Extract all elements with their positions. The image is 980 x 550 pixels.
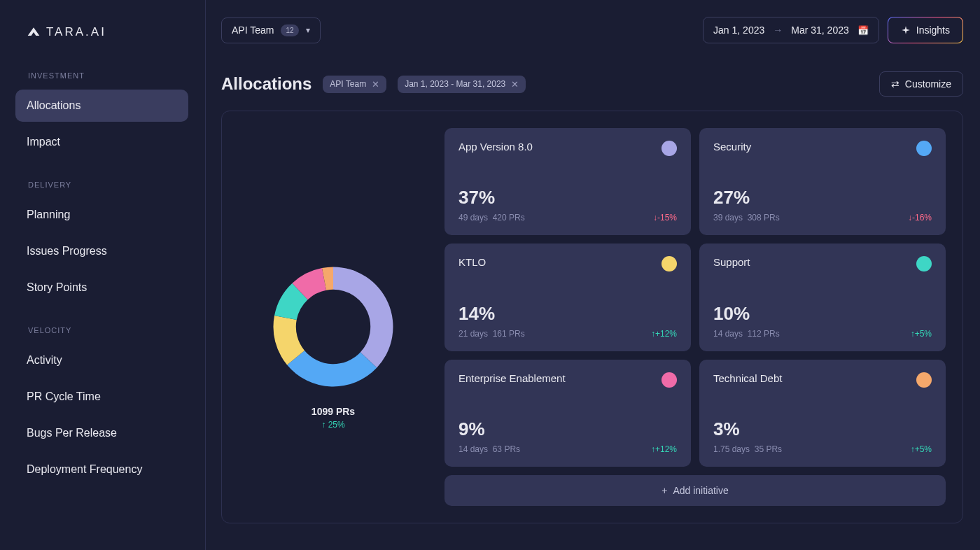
sidebar-item-bugs-per-release[interactable]: Bugs Per Release	[15, 417, 188, 449]
card-delta: ↑+12%	[651, 329, 677, 339]
sidebar-item-planning[interactable]: Planning	[15, 199, 188, 231]
close-icon[interactable]: ✕	[511, 79, 519, 90]
initiative-card[interactable]: App Version 8.0 37% 49 days 420 PRs ↓-15…	[444, 128, 691, 235]
customize-label: Customize	[905, 78, 951, 90]
card-title: KTLO	[458, 256, 486, 268]
calendar-icon: 📅	[858, 25, 869, 36]
sidebar-section-label: VELOCITY	[27, 326, 188, 334]
color-dot-icon	[662, 256, 677, 272]
card-delta: ↓-15%	[653, 213, 677, 223]
color-dot-icon	[916, 256, 932, 272]
initiative-card[interactable]: Security 27% 39 days 308 PRs ↓-16%	[699, 128, 946, 235]
color-dot-icon	[916, 141, 932, 156]
date-end: Mar 31, 2023	[791, 24, 849, 36]
sidebar-item-allocations[interactable]: Allocations	[15, 90, 188, 122]
sliders-icon: ⇄	[891, 78, 899, 90]
chevron-down-icon: ▾	[306, 25, 310, 35]
chip-range-label: Jan 1, 2023 - Mar 31, 2023	[405, 79, 505, 89]
sidebar-item-deployment-frequency[interactable]: Deployment Frequency	[15, 453, 188, 486]
close-icon[interactable]: ✕	[372, 79, 379, 90]
filter-chip-range[interactable]: Jan 1, 2023 - Mar 31, 2023 ✕	[398, 76, 526, 93]
card-percentage: 3%	[713, 418, 782, 440]
initiative-card[interactable]: Enterprise Enablement 9% 14 days 63 PRs …	[444, 360, 691, 467]
card-title: Support	[713, 256, 750, 268]
sidebar-section-label: DELIVERY	[27, 181, 188, 189]
card-meta: 1.75 days 35 PRs	[713, 444, 782, 454]
initiative-cards-grid: App Version 8.0 37% 49 days 420 PRs ↓-15…	[444, 128, 946, 506]
brand-logo: TARA.AI	[27, 25, 188, 39]
date-range-picker[interactable]: Jan 1, 2023 → Mar 31, 2023 📅	[703, 17, 879, 43]
customize-button[interactable]: ⇄ Customize	[879, 71, 963, 97]
brand-name: TARA.AI	[46, 25, 106, 39]
sidebar-item-pr-cycle-time[interactable]: PR Cycle Time	[15, 381, 188, 413]
card-delta: ↑+5%	[911, 329, 932, 339]
sidebar-item-activity[interactable]: Activity	[15, 344, 188, 376]
color-dot-icon	[662, 141, 677, 156]
initiative-card[interactable]: Support 10% 14 days 112 PRs ↑+5%	[699, 244, 946, 351]
plus-icon: +	[662, 485, 667, 496]
card-delta: ↓-16%	[908, 213, 932, 223]
card-title: Enterprise Enablement	[458, 372, 566, 384]
chip-team-label: API Team	[330, 79, 366, 89]
insights-button[interactable]: Insights	[888, 17, 963, 43]
filter-chip-team[interactable]: API Team ✕	[323, 76, 386, 93]
team-count-badge: 12	[281, 24, 298, 36]
card-percentage: 37%	[458, 187, 525, 209]
card-delta: ↑+5%	[911, 444, 932, 454]
donut-chart	[267, 260, 400, 393]
sidebar-item-impact[interactable]: Impact	[15, 126, 188, 158]
initiative-card[interactable]: KTLO 14% 21 days 161 PRs ↑+12%	[444, 244, 691, 351]
sidebar-item-issues-progress[interactable]: Issues Progress	[15, 235, 188, 267]
add-initiative-label: Add initiative	[673, 485, 728, 496]
donut-change: ↑ 25%	[312, 420, 355, 430]
insights-label: Insights	[916, 24, 950, 36]
team-dropdown[interactable]: API Team 12 ▾	[221, 17, 321, 43]
add-initiative-button[interactable]: +Add initiative	[444, 475, 946, 506]
card-meta: 14 days 112 PRs	[713, 329, 780, 339]
topbar: API Team 12 ▾ Jan 1, 2023 → Mar 31, 2023…	[221, 17, 963, 43]
donut-panel: 1099 PRs ↑ 25%	[239, 128, 428, 506]
card-title: Security	[713, 141, 751, 153]
card-meta: 49 days 420 PRs	[458, 213, 525, 223]
color-dot-icon	[662, 372, 677, 388]
card-delta: ↑+12%	[651, 444, 677, 454]
card-percentage: 27%	[713, 187, 780, 209]
initiative-card[interactable]: Technical Debt 3% 1.75 days 35 PRs ↑+5%	[699, 360, 946, 467]
sparkle-icon	[901, 25, 911, 35]
sidebar-nav: INVESTMENTAllocationsImpactDELIVERYPlann…	[27, 71, 188, 486]
donut-total: 1099 PRs	[312, 406, 355, 417]
donut-segment	[333, 267, 393, 368]
sidebar-item-story-points[interactable]: Story Points	[15, 272, 188, 304]
arrow-right-icon: →	[773, 24, 783, 36]
card-meta: 21 days 161 PRs	[458, 329, 525, 339]
brand-logo-icon	[27, 25, 41, 39]
page-title: Allocations	[221, 74, 312, 94]
date-start: Jan 1, 2023	[713, 24, 764, 36]
card-percentage: 10%	[713, 303, 780, 325]
team-name: API Team	[232, 24, 274, 36]
card-meta: 39 days 308 PRs	[713, 213, 780, 223]
donut-caption: 1099 PRs ↑ 25%	[312, 406, 355, 430]
card-meta: 14 days 63 PRs	[458, 444, 520, 454]
card-title: App Version 8.0	[458, 141, 533, 153]
card-percentage: 9%	[458, 418, 520, 440]
allocations-panel: 1099 PRs ↑ 25% App Version 8.0 37% 49 da…	[221, 111, 963, 523]
sidebar-section-label: INVESTMENT	[27, 71, 188, 80]
card-title: Technical Debt	[713, 372, 782, 384]
color-dot-icon	[916, 372, 932, 388]
donut-segment	[287, 351, 377, 387]
page-header: Allocations API Team ✕ Jan 1, 2023 - Mar…	[221, 71, 963, 97]
card-percentage: 14%	[458, 303, 525, 325]
main-content: API Team 12 ▾ Jan 1, 2023 → Mar 31, 2023…	[206, 0, 980, 550]
sidebar: TARA.AI INVESTMENTAllocationsImpactDELIV…	[0, 0, 206, 550]
